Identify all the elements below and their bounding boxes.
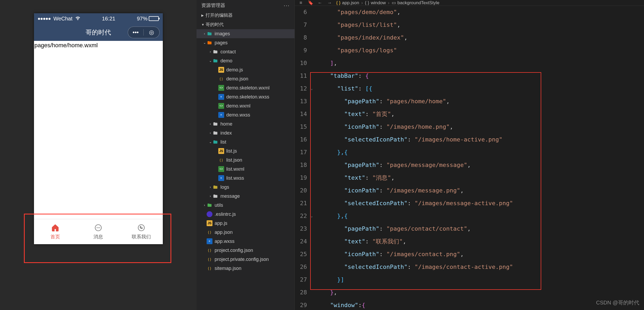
tree-item[interactable]: { }project.private.config.json [197,255,295,264]
file-name: list.wxss [226,175,244,181]
battery-pct-label: 97% [137,16,147,22]
tree-item[interactable]: ⌄pages [197,38,295,47]
file-name: demo [220,58,232,64]
tree-item[interactable]: ≡demo.skeleton.wxss [197,92,295,101]
breadcrumb-item[interactable]: { }app.json [336,0,359,6]
breadcrumb-item[interactable]: ▭backgroundTextStyle [392,0,440,6]
code-area[interactable]: 6789101112131415161718192021222324252627… [295,6,644,310]
fold-marker[interactable]: ⌄ [311,87,313,91]
bookmark-icon[interactable]: 🔖 [308,0,313,6]
chevron-down-icon: ⌄ [208,59,212,63]
tree-item[interactable]: { }list.json [197,156,295,165]
folder-icon [207,40,212,46]
breadcrumb-item[interactable]: { }window [365,0,386,6]
tab-item[interactable]: 消息 [77,219,120,244]
section-project[interactable]: ▼ 哥的时代 [197,20,295,29]
message-icon [94,223,103,232]
svg-point-2 [98,227,99,228]
folder-icon [207,202,212,208]
tab-item[interactable]: 首页 [34,219,77,244]
file-name: list.wxml [226,166,244,172]
wifi-icon [75,16,80,22]
capsule-menu: ••• ◎ [128,27,160,38]
file-name: logs [220,184,229,190]
fold-marker[interactable]: ⌄ [311,214,313,218]
capsule-more-button[interactable]: ••• [128,29,144,36]
tree-item[interactable]: ›images [197,29,295,38]
file-name: index [220,130,232,136]
page-text: pages/home/home.wxml [35,42,98,49]
tree-item[interactable]: ⌄demo [197,56,295,65]
js-icon: JS [218,67,224,73]
tree-item[interactable]: <>demo.skeleton.wxml [197,83,295,92]
tree-item[interactable]: JSlist.js [197,147,295,156]
tree-item[interactable]: .eslintrc.js [197,210,295,219]
tree-item[interactable]: ≡list.wxss [197,174,295,183]
signal-dots-icon: ●●●●● [38,16,51,21]
tree-item[interactable]: ›logs [197,183,295,192]
folder-icon [212,49,218,55]
fold-gutter: ⌄⌄ [311,6,316,310]
file-tree: ›images⌄pages›contact⌄demoJSdemo.js{ }de… [197,29,295,273]
tree-item[interactable]: { }project.config.json [197,246,295,255]
explorer-more-button[interactable]: ··· [284,2,290,8]
tree-item[interactable]: { }sitemap.json [197,264,295,273]
breadcrumb-label: app.json [342,0,359,6]
target-icon: ◎ [149,29,154,36]
tree-item[interactable]: ›home [197,119,295,128]
file-name: .eslintrc.js [215,211,236,217]
file-name: list.json [226,157,242,163]
tree-item[interactable]: ›utils [197,201,295,210]
chevron-right-icon: › [208,122,212,126]
wxss-icon: ≡ [207,238,212,244]
folder-icon [207,31,212,37]
list-icon[interactable]: ≡ [298,0,304,6]
watermark-label: CSDN @哥的时代 [596,299,639,306]
tab-item[interactable]: 联系我们 [120,219,163,244]
file-name: list.js [226,148,237,154]
file-name: message [220,193,240,199]
file-name: project.private.config.json [215,256,269,262]
tree-item[interactable]: JSdemo.js [197,65,295,74]
json-icon: { } [218,157,224,163]
code-lines[interactable]: "pages/demo/demo", "pages/list/list", "p… [316,6,644,310]
file-name: demo.json [226,76,248,82]
chevron-down-icon: ⌄ [202,41,207,45]
page-content: pages/home/home.wxml [34,41,163,219]
contact-icon [137,223,146,232]
tree-item[interactable]: ›index [197,128,295,137]
nav-forward-button[interactable]: → [327,0,332,6]
file-name: contact [220,49,236,55]
wxss-icon: ≡ [218,112,224,118]
tree-item[interactable]: { }app.json [197,228,295,237]
nav-back-button[interactable]: ← [317,0,323,6]
tree-item[interactable]: <>demo.wxml [197,101,295,110]
tab-bar: 首页消息联系我们 [34,219,163,244]
line-gutter: 6789101112131415161718192021222324252627… [295,6,311,310]
tree-item[interactable]: ≡app.wxss [197,237,295,246]
chevron-right-icon: ▶ [201,14,204,17]
tree-item[interactable]: ›message [197,192,295,201]
capsule-close-button[interactable]: ◎ [144,29,159,36]
breadcrumb: { }app.json›{ }window›▭backgroundTextSty… [336,0,439,6]
tree-item[interactable]: JSapp.js [197,219,295,228]
tab-label: 联系我们 [132,234,151,240]
chevron-right-icon: › [208,50,212,54]
js-icon: JS [218,148,224,154]
tree-item[interactable]: ⌄list [197,137,295,147]
wxml-icon: <> [218,166,224,172]
wxml-icon: <> [218,85,224,91]
json-icon: { } [218,76,224,82]
carrier-label: WeChat [53,16,72,22]
eslint-icon [207,211,212,217]
folder-icon [212,58,218,64]
tree-item[interactable]: <>list.wxml [197,165,295,174]
tree-item[interactable]: ≡demo.wxss [197,110,295,119]
folder-icon [212,130,218,136]
folder-icon [212,121,218,127]
section-open-editors[interactable]: ▶ 打开的编辑器 [197,11,295,20]
svg-point-3 [99,227,100,228]
tree-item[interactable]: ›contact [197,47,295,56]
tree-item[interactable]: { }demo.json [197,74,295,83]
file-name: utils [215,202,223,208]
